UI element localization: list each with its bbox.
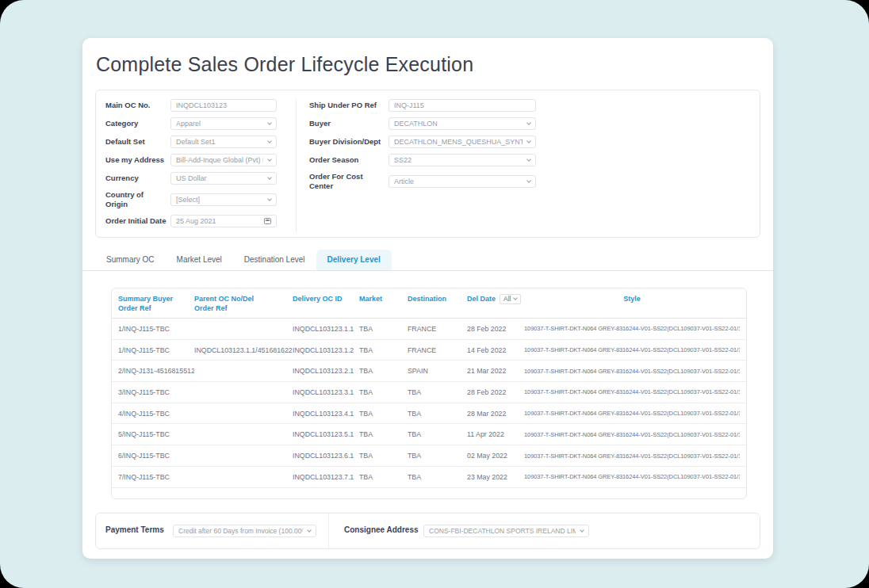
cell: FRANCE <box>408 325 467 333</box>
col-header-style: Style <box>524 294 740 304</box>
form-field: Ship Under PO RefINQ-J115 <box>309 99 760 112</box>
tab-delivery-level[interactable]: Delivery Level <box>316 250 392 270</box>
cell: 4/INQ-J115-TBC <box>118 410 194 418</box>
cell: TBA <box>359 388 408 396</box>
cell: INQDCL103123.1.1/4516816222 <box>194 346 293 354</box>
cell: 23 May 2022 <box>467 473 524 481</box>
order-initial-date-input[interactable]: 25 Aug 2021 <box>170 215 277 227</box>
main-oc-no-input[interactable]: INQDCL103123 <box>170 99 277 112</box>
chevron-down-icon <box>526 157 531 162</box>
field-label: Currency <box>105 174 170 183</box>
field-label: Ship Under PO Ref <box>309 101 389 110</box>
cell: TBA <box>408 473 467 481</box>
form-field: Order For Cost CenterArticle <box>309 172 760 191</box>
field-label: Order For Cost Center <box>309 172 389 191</box>
chevron-down-icon <box>267 197 272 201</box>
cell: TBA <box>408 452 467 460</box>
use-my-address-select[interactable]: Bill-Add-Inque Global (Pvt) Ltd. <box>170 154 277 166</box>
field-label: Order Initial Date <box>105 216 170 226</box>
consignee-address-label: Consignee Address <box>344 525 423 536</box>
tab-summary-oc[interactable]: Summary OC <box>95 250 166 270</box>
table-row[interactable]: 7/INQ-J115-TBCINQDCL103123.7.1TBATBA23 M… <box>112 467 746 488</box>
cell: 7/INQ-J115-TBC <box>118 473 194 481</box>
tab-destination-level[interactable]: Destination Level <box>233 250 316 270</box>
del-date-filter-select[interactable]: All <box>500 294 521 304</box>
cell: 28 Feb 2022 <box>467 388 524 396</box>
form-field: Default SetDefault Set1 <box>105 136 296 148</box>
chevron-down-icon <box>526 120 531 125</box>
table-row[interactable]: 1/INQ-J115-TBCINQDCL103123.1.1TBAFRANCE2… <box>112 319 746 340</box>
cell: TBA <box>408 388 467 396</box>
table-body: 1/INQ-J115-TBCINQDCL103123.1.1TBAFRANCE2… <box>112 319 746 488</box>
cell: INQDCL103123.6.1 <box>293 452 359 460</box>
cell: INQDCL103123.1.2 <box>293 346 359 354</box>
table-header: Summary Buyer Order Ref Parent OC No/Del… <box>112 288 746 319</box>
form-field: CurrencyUS Dollar <box>105 172 296 185</box>
field-label: Buyer Division/Dept <box>309 137 389 147</box>
cell: 109037-T-SHIRT-DKT-N064 GREY-8316244-V01… <box>524 325 740 332</box>
form-field: CategoryApparel <box>105 117 296 130</box>
payment-terms-section: Payment Terms Credit after 60 Days from … <box>96 514 329 548</box>
cell: 109037-T-SHIRT-DKT-N064 GREY-8316244-V01… <box>524 473 740 480</box>
cell: 21 Mar 2022 <box>467 367 524 375</box>
cell: 28 Feb 2022 <box>467 325 524 333</box>
cell: TBA <box>408 410 467 418</box>
cell: TBA <box>359 430 408 438</box>
main-card: Complete Sales Order Lifecycle Execution… <box>82 38 773 559</box>
cell: SPAIN <box>408 367 467 375</box>
payment-terms-select[interactable]: Credit after 60 Days from Invoice (100.0… <box>173 525 316 537</box>
form-field: Order SeasonSS22 <box>309 154 760 166</box>
cell: INQDCL103123.3.1 <box>293 388 359 396</box>
table-row[interactable]: 6/INQ-J115-TBCINQDCL103123.6.1TBATBA02 M… <box>112 445 746 467</box>
form-column-left: Main OC No.INQDCL103123CategoryApparelDe… <box>96 99 297 233</box>
consignee-address-select[interactable]: CONS-FBI-DECATHLON SPORTS IRELAND LIMITE… <box>423 525 589 537</box>
cell: 3/INQ-J115-TBC <box>118 388 194 396</box>
field-label: Buyer <box>309 119 389 128</box>
cell: 02 May 2022 <box>467 452 524 460</box>
buyer-division-dept-select[interactable]: DECATHLON_MENS_QUESHUA_SYNTHETIC <box>389 136 536 148</box>
chevron-down-icon <box>526 139 531 143</box>
cell: 28 Mar 2022 <box>467 410 524 418</box>
currency-select[interactable]: US Dollar <box>170 172 277 185</box>
table-row[interactable]: 5/INQ-J115-TBCINQDCL103123.5.1TBATBA11 A… <box>112 424 746 445</box>
footer-panel: Payment Terms Credit after 60 Days from … <box>95 513 760 549</box>
page-title: Complete Sales Order Lifecycle Execution <box>82 38 773 76</box>
cell: TBA <box>359 367 408 375</box>
form-field: BuyerDECATHLON <box>309 117 760 130</box>
table-row[interactable]: 2/INQ-J131-4516815512INQDCL103123.2.1TBA… <box>112 361 746 382</box>
col-header-parent-oc-no-del-order-ref: Parent OC No/Del Order Ref <box>194 294 293 313</box>
chevron-down-icon <box>526 178 531 183</box>
col-header-market: Market <box>359 294 408 304</box>
chevron-down-icon <box>267 139 272 143</box>
cell: TBA <box>359 325 408 333</box>
cell: INQDCL103123.1.1 <box>293 325 359 333</box>
order-for-cost-center-select[interactable]: Article <box>389 175 536 188</box>
buyer-select[interactable]: DECATHLON <box>389 117 536 130</box>
form-field: Use my AddressBill-Add-Inque Global (Pvt… <box>105 154 296 166</box>
field-label: Category <box>105 119 170 128</box>
table-row[interactable]: 4/INQ-J115-TBCINQDCL103123.4.1TBATBA28 M… <box>112 403 746 425</box>
tab-market-level[interactable]: Market Level <box>166 250 233 270</box>
form-field: Order Initial Date25 Aug 2021 <box>105 215 296 227</box>
country-of-origin-select[interactable]: [Select] <box>170 193 277 206</box>
cell: 1/INQ-J115-TBC <box>118 346 194 354</box>
form-field: Main OC No.INQDCL103123 <box>105 99 296 112</box>
cell: 109037-T-SHIRT-DKT-N064 GREY-8316244-V01… <box>524 368 740 375</box>
chevron-down-icon <box>267 175 272 180</box>
page-background: Complete Sales Order Lifecycle Execution… <box>0 0 869 588</box>
cell: INQDCL103123.4.1 <box>293 410 359 418</box>
chevron-down-icon <box>307 528 312 533</box>
field-label: Main OC No. <box>105 101 170 110</box>
cell: INQDCL103123.2.1 <box>293 367 359 375</box>
consignee-address-section: Consignee Address CONS-FBI-DECATHLON SPO… <box>329 514 760 548</box>
table-row[interactable]: 1/INQ-J115-TBCINQDCL103123.1.1/451681622… <box>112 340 746 361</box>
order-season-select[interactable]: SS22 <box>389 154 536 166</box>
cell: FRANCE <box>408 346 467 354</box>
ship-under-po-ref-input[interactable]: INQ-J115 <box>389 99 536 112</box>
table-row[interactable]: 3/INQ-J115-TBCINQDCL103123.3.1TBATBA28 F… <box>112 382 746 403</box>
cell: TBA <box>359 410 408 418</box>
category-select[interactable]: Apparel <box>170 117 277 130</box>
cell: 109037-T-SHIRT-DKT-N064 GREY-8316244-V01… <box>524 346 740 353</box>
default-set-select[interactable]: Default Set1 <box>170 136 277 148</box>
cell: TBA <box>359 346 408 354</box>
